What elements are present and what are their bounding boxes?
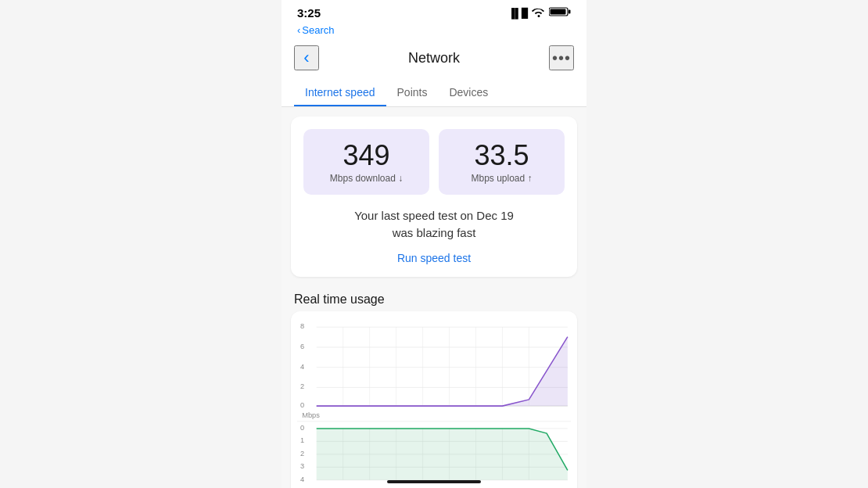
- back-search-row: ‹ Search: [282, 23, 586, 39]
- run-speed-test-link[interactable]: Run speed test: [303, 252, 565, 264]
- svg-text:2: 2: [300, 382, 304, 390]
- svg-text:4: 4: [300, 475, 304, 483]
- battery-icon: [549, 6, 571, 20]
- svg-text:0: 0: [300, 401, 304, 409]
- status-bar: 3:25 ▐▌▉: [282, 0, 586, 23]
- more-button[interactable]: •••: [549, 45, 574, 70]
- realtime-section-title: Real time usage: [282, 286, 586, 311]
- upload-value: 33.5: [448, 140, 555, 171]
- speed-card: 349 Mbps download ↓ 33.5 Mbps upload ↑ Y…: [291, 117, 577, 277]
- page-title: Network: [408, 50, 460, 66]
- back-search-label: Search: [302, 24, 334, 36]
- download-label: Mbps download ↓: [313, 173, 420, 184]
- svg-text:3: 3: [300, 462, 304, 470]
- status-time: 3:25: [297, 6, 321, 20]
- back-search-link[interactable]: ‹ Search: [297, 24, 571, 36]
- svg-rect-1: [551, 9, 566, 15]
- back-chevron-small: ‹: [297, 24, 300, 36]
- speed-message: Your last speed test on Dec 19was blazin…: [303, 207, 565, 242]
- download-box: 349 Mbps download ↓: [303, 129, 429, 195]
- chart-container: 8 6 4 2 0 Mbps: [297, 321, 571, 488]
- upload-box: 33.5 Mbps upload ↑: [439, 129, 565, 195]
- back-button[interactable]: ‹: [294, 45, 319, 70]
- more-dots-icon: •••: [552, 49, 571, 67]
- wifi-icon: [532, 6, 546, 20]
- svg-text:6: 6: [300, 343, 304, 350]
- download-value: 349: [313, 140, 420, 171]
- back-chevron-icon: ‹: [303, 49, 309, 66]
- tabs-bar: Internet speed Points Devices: [282, 78, 586, 107]
- svg-text:1: 1: [300, 436, 304, 444]
- svg-text:4: 4: [300, 362, 304, 370]
- tab-devices[interactable]: Devices: [438, 78, 499, 106]
- svg-text:8: 8: [300, 322, 304, 330]
- speed-boxes: 349 Mbps download ↓ 33.5 Mbps upload ↑: [303, 129, 565, 195]
- chart-card: 8 6 4 2 0 Mbps: [291, 311, 577, 488]
- svg-rect-2: [569, 10, 571, 14]
- svg-text:0: 0: [300, 424, 304, 432]
- home-indicator: [387, 480, 481, 483]
- svg-text:Mbps: Mbps: [302, 411, 320, 418]
- page-header: ‹ Network •••: [282, 39, 586, 78]
- tab-internet-speed[interactable]: Internet speed: [294, 78, 386, 106]
- phone-frame: 3:25 ▐▌▉ ‹ Search ‹: [282, 0, 586, 488]
- svg-text:2: 2: [300, 450, 304, 458]
- realtime-chart: 8 6 4 2 0 Mbps: [297, 321, 571, 488]
- signal-icon: ▐▌▉: [508, 8, 529, 19]
- main-content: 349 Mbps download ↓ 33.5 Mbps upload ↑ Y…: [282, 107, 586, 488]
- status-icons: ▐▌▉: [508, 6, 571, 20]
- upload-label: Mbps upload ↑: [448, 173, 555, 184]
- tab-points[interactable]: Points: [386, 78, 439, 106]
